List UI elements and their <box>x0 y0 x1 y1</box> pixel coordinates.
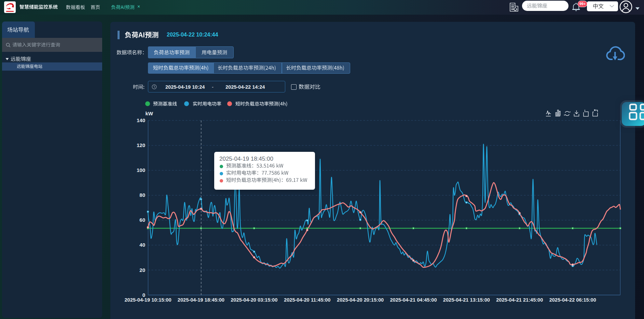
svg-text:2025-04-19 18:45:00: 2025-04-19 18:45:00 <box>178 297 224 303</box>
svg-text:40: 40 <box>139 242 145 248</box>
svg-text:140: 140 <box>137 117 145 123</box>
svg-text:2025-04-21 13:15:00: 2025-04-21 13:15:00 <box>443 297 490 303</box>
svg-text:100: 100 <box>137 167 145 173</box>
svg-text:kW: kW <box>146 111 153 116</box>
svg-text:80: 80 <box>139 192 145 198</box>
svg-text:2025-04-20 11:45:00: 2025-04-20 11:45:00 <box>284 297 330 303</box>
svg-text:2025-04-20 20:15:00: 2025-04-20 20:15:00 <box>337 297 384 303</box>
svg-text:2025-04-20 03:15:00: 2025-04-20 03:15:00 <box>231 297 277 303</box>
svg-text:2025-04-19 10:15:00: 2025-04-19 10:15:00 <box>124 297 171 303</box>
svg-text:2025-04-21 21:45:00: 2025-04-21 21:45:00 <box>496 297 543 303</box>
svg-text:2025-04-21 04:45:00: 2025-04-21 04:45:00 <box>390 297 437 303</box>
svg-text:2025-04-22 06:15:00: 2025-04-22 06:15:00 <box>549 297 596 303</box>
svg-text:20: 20 <box>139 267 145 273</box>
svg-text:120: 120 <box>137 142 145 148</box>
svg-text:60: 60 <box>139 217 145 223</box>
